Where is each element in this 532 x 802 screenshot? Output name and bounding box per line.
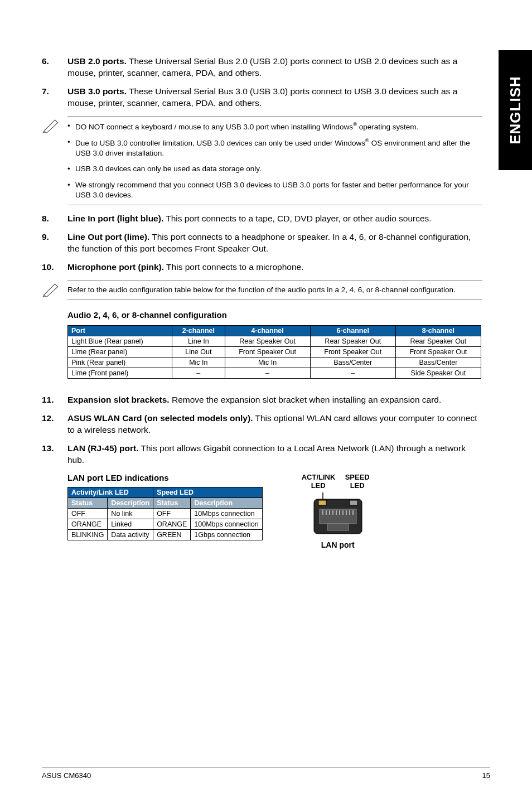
pencil-note-icon bbox=[42, 116, 67, 136]
list-item-6: 6. USB 2.0 ports. These Universal Serial… bbox=[42, 56, 482, 79]
lan-section: LAN port LED indications Activity/Link L… bbox=[67, 473, 482, 550]
item-text: USB 3.0 ports. These Universal Serial Bu… bbox=[67, 86, 482, 109]
side-language-label: ENGLISH bbox=[507, 76, 524, 144]
note-body: DO NOT connect a keyboard / mouse to any… bbox=[67, 116, 482, 205]
rj45-port-icon bbox=[307, 492, 369, 537]
pencil-note-icon bbox=[42, 280, 67, 300]
note-bullet: USB 3.0 devices can only be used as data… bbox=[67, 164, 482, 174]
item-text: Line In port (light blue). This port con… bbox=[67, 213, 482, 225]
col-4ch: 4-channel bbox=[225, 325, 310, 336]
table-row: Pink (Rear panel)Mic InMic InBass/Center… bbox=[68, 357, 481, 368]
note-bullet: DO NOT connect a keyboard / mouse to any… bbox=[67, 121, 482, 132]
item-lead: Microphone port (pink). bbox=[67, 262, 164, 272]
audio-config-table: Port 2-channel 4-channel 6-channel 8-cha… bbox=[67, 325, 481, 379]
item-lead: Expansion slot brackets. bbox=[67, 395, 170, 404]
note-bullet: We strongly recommend that you connect U… bbox=[67, 180, 482, 200]
note-body: Refer to the audio configuration table b… bbox=[67, 280, 482, 300]
act-link-led-label: ACT/LINK LED bbox=[302, 473, 335, 490]
col-2ch: 2-channel bbox=[172, 325, 225, 336]
note-paragraph: Refer to the audio configuration table b… bbox=[67, 285, 482, 295]
page-footer: ASUS CM6340 15 bbox=[42, 767, 490, 780]
svg-rect-3 bbox=[350, 500, 357, 505]
item-lead: Line Out port (lime). bbox=[67, 232, 149, 241]
list-item-8: 8. Line In port (light blue). This port … bbox=[42, 213, 482, 225]
svg-rect-4 bbox=[320, 509, 356, 524]
table-row: Light Blue (Rear panel)Line InRear Speak… bbox=[68, 336, 481, 346]
item-lead: USB 2.0 ports. bbox=[67, 56, 127, 66]
table-row: ORANGELinkedORANGE100Mbps connection bbox=[68, 519, 263, 529]
list-item-11: 11. Expansion slot brackets. Remove the … bbox=[42, 394, 482, 406]
group-speed: Speed LED bbox=[153, 487, 263, 497]
item-text: Expansion slot brackets. Remove the expa… bbox=[67, 394, 482, 406]
side-language-tab: ENGLISH bbox=[499, 50, 532, 170]
item-number: 8. bbox=[42, 213, 67, 225]
list-item-13: 13. LAN (RJ-45) port. This port allows G… bbox=[42, 443, 482, 466]
lan-led-table: Activity/Link LED Speed LED Status Descr… bbox=[67, 487, 263, 540]
table-row: OFFNo linkOFF10Mbps connection bbox=[68, 508, 263, 519]
item-number: 11. bbox=[42, 394, 67, 406]
footer-page-number: 15 bbox=[482, 771, 490, 780]
audio-table-heading: Audio 2, 4, 6, or 8-channel configuratio… bbox=[67, 310, 482, 320]
lan-port-label: LAN port bbox=[302, 540, 374, 550]
item-lead: USB 3.0 ports. bbox=[67, 86, 127, 96]
item-number: 12. bbox=[42, 413, 67, 436]
item-number: 6. bbox=[42, 56, 67, 79]
item-number: 7. bbox=[42, 86, 67, 109]
col-8ch: 8-channel bbox=[395, 325, 481, 336]
list-item-7: 7. USB 3.0 ports. These Universal Serial… bbox=[42, 86, 482, 109]
page-content: 6. USB 2.0 ports. These Universal Serial… bbox=[42, 56, 482, 550]
item-lead: ASUS WLAN Card (on selected models only)… bbox=[67, 413, 253, 423]
reg-mark: ® bbox=[353, 121, 357, 127]
svg-rect-5 bbox=[327, 524, 349, 530]
item-body: Remove the expansion slot bracket when i… bbox=[170, 395, 442, 404]
note-block-audio: Refer to the audio configuration table b… bbox=[42, 280, 482, 300]
item-number: 9. bbox=[42, 231, 67, 255]
group-activity: Activity/Link LED bbox=[68, 487, 153, 497]
item-number: 13. bbox=[42, 443, 67, 466]
list-item-10: 10. Microphone port (pink). This port co… bbox=[42, 262, 482, 273]
item-number: 10. bbox=[42, 262, 67, 273]
lan-port-diagram: ACT/LINK LED SPEED LED LAN port bbox=[302, 473, 374, 550]
item-text: USB 2.0 ports. These Universal Serial Bu… bbox=[67, 56, 482, 79]
table-row: Lime (Front panel)–––Side Speaker Out bbox=[68, 368, 481, 378]
lan-table-heading: LAN port LED indications bbox=[67, 473, 263, 482]
svg-rect-2 bbox=[318, 500, 326, 505]
note-bullet: Due to USB 3.0 controller limitation, US… bbox=[67, 137, 482, 158]
item-text: LAN (RJ-45) port. This port allows Gigab… bbox=[67, 443, 482, 466]
note-block-usb3: DO NOT connect a keyboard / mouse to any… bbox=[42, 116, 482, 205]
item-body: This port connects to a tape, CD, DVD pl… bbox=[163, 214, 431, 223]
reg-mark: ® bbox=[365, 137, 369, 143]
item-text: ASUS WLAN Card (on selected models only)… bbox=[67, 413, 482, 436]
item-text: Line Out port (lime). This port connects… bbox=[67, 231, 482, 255]
col-port: Port bbox=[68, 325, 172, 336]
list-item-9: 9. Line Out port (lime). This port conne… bbox=[42, 231, 482, 255]
table-row: BLINKINGData activityGREEN1Gbps connecti… bbox=[68, 529, 263, 540]
col-6ch: 6-channel bbox=[310, 325, 395, 336]
speed-led-label: SPEED LED bbox=[341, 473, 374, 490]
table-header-row: Status Description Status Description bbox=[68, 497, 263, 508]
item-lead: LAN (RJ-45) port. bbox=[67, 443, 138, 453]
item-body: This port connects to a microphone. bbox=[164, 262, 303, 272]
table-header-row: Port 2-channel 4-channel 6-channel 8-cha… bbox=[68, 325, 481, 336]
table-group-row: Activity/Link LED Speed LED bbox=[68, 487, 263, 497]
footer-model: ASUS CM6340 bbox=[42, 771, 91, 780]
item-text: Microphone port (pink). This port connec… bbox=[67, 262, 482, 273]
list-item-12: 12. ASUS WLAN Card (on selected models o… bbox=[42, 413, 482, 436]
table-row: Lime (Rear panel)Line OutFront Speaker O… bbox=[68, 346, 481, 357]
item-lead: Line In port (light blue). bbox=[67, 214, 163, 223]
